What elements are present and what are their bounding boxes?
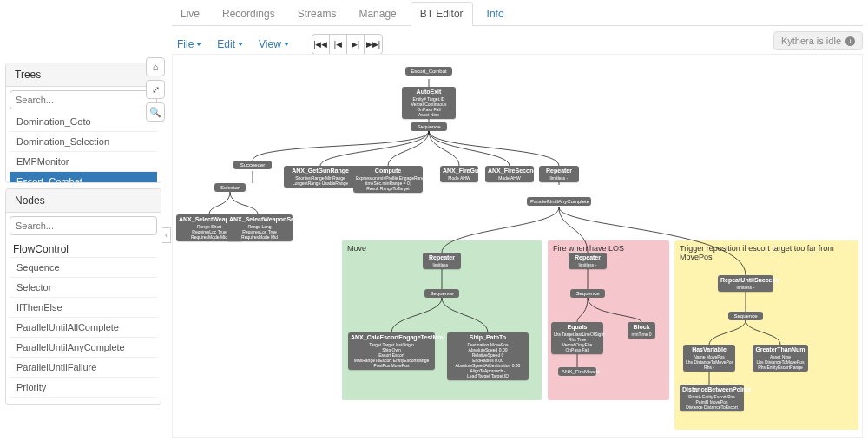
node-type[interactable]: IfThenElse bbox=[10, 297, 157, 317]
node-type[interactable]: ParallelUntilFailure bbox=[10, 357, 157, 377]
node-fireguns[interactable]: ANX_FireGuns Mode AHW bbox=[440, 166, 478, 182]
expand-button[interactable]: ⤢ bbox=[146, 80, 165, 99]
node-hasvariable[interactable]: HasVariable Name MovePos Lhs DistanceToM… bbox=[683, 345, 735, 372]
tab-info[interactable]: Info bbox=[478, 3, 513, 25]
node-type[interactable]: Selector bbox=[10, 277, 157, 297]
seek-next[interactable]: ▶| bbox=[347, 35, 365, 54]
node-type[interactable]: StateMachine bbox=[10, 397, 157, 404]
node-type[interactable]: ParallelUntilAnyComplete bbox=[10, 337, 157, 357]
seek-prev[interactable]: |◀ bbox=[330, 35, 347, 54]
region-label: Trigger reposition if escort target too … bbox=[680, 244, 858, 261]
node-autoexit[interactable]: AutoExit Entity# Target.ID Verbal Contin… bbox=[402, 87, 456, 119]
node-seq-move[interactable]: Sequence bbox=[424, 289, 459, 298]
seek-group: |◀◀ |◀ ▶| ▶▶| bbox=[312, 34, 383, 55]
node-block[interactable]: Block minTime 0 bbox=[628, 322, 655, 339]
node-compute[interactable]: Compute Expression minProfile.EngageRang… bbox=[353, 166, 423, 193]
node-type[interactable]: Sequence bbox=[10, 257, 157, 277]
trees-header: Trees bbox=[6, 63, 161, 87]
node-seq[interactable]: Sequence bbox=[411, 122, 447, 131]
zoom-button[interactable]: 🔍 bbox=[146, 102, 165, 122]
status-chip: Kythera is idle i bbox=[773, 31, 863, 50]
nodes-search[interactable] bbox=[10, 216, 157, 235]
node-weaponset-b[interactable]: ANX_SelectWeaponSet Range Long RequiresL… bbox=[227, 214, 293, 241]
caret-icon bbox=[196, 43, 201, 46]
node-type[interactable]: Priority bbox=[10, 377, 157, 397]
node-repeater[interactable]: Repeater limitless - bbox=[539, 166, 579, 182]
region-label: Move bbox=[347, 244, 366, 253]
node-firemissile[interactable]: ANX_FireMissile bbox=[558, 367, 596, 376]
node-root[interactable]: Escort_Combat bbox=[405, 67, 452, 76]
node-greaterthan[interactable]: GreaterThanNum Asset Nine Lhs DistanceTo… bbox=[753, 345, 808, 372]
node-seq-trig[interactable]: Sequence bbox=[728, 312, 763, 320]
sidebar-collapse[interactable]: ‹ bbox=[162, 227, 171, 243]
node-repeater-fire[interactable]: Repeater limitless - bbox=[569, 253, 607, 269]
node-succeeder[interactable]: Succeeder bbox=[233, 161, 272, 169]
tab-bteditor[interactable]: BT Editor bbox=[411, 2, 473, 26]
node-selector[interactable]: Selector bbox=[214, 183, 246, 192]
bt-canvas[interactable]: Move Fire when have LOS Trigger repositi… bbox=[172, 54, 863, 438]
caret-icon bbox=[238, 43, 243, 46]
sidebar: Trees Domination_Goto Domination_Selecti… bbox=[5, 63, 161, 410]
node-equals[interactable]: Equals Lhs Target.lastLineOfSight Rhs Tr… bbox=[551, 322, 603, 354]
status-text: Kythera is idle bbox=[781, 36, 841, 46]
caret-icon bbox=[284, 43, 289, 46]
tree-item[interactable]: Domination_Selection bbox=[10, 131, 157, 151]
node-escortmove[interactable]: ANX_CalcEscortEngageTestMov Target Targe… bbox=[348, 332, 435, 370]
seek-first[interactable]: |◀◀ bbox=[312, 35, 330, 54]
tab-live[interactable]: Live bbox=[172, 3, 208, 25]
node-shippathto[interactable]: Ship_PathTo Destination MovePos Absolute… bbox=[447, 332, 529, 380]
cat-flowcontrol: FlowControl bbox=[10, 238, 157, 257]
node-repeater-move[interactable]: Repeater limitless - bbox=[423, 253, 461, 269]
trees-panel: Trees Domination_Goto Domination_Selecti… bbox=[5, 63, 161, 183]
tab-streams[interactable]: Streams bbox=[289, 3, 345, 25]
home-button[interactable]: ⌂ bbox=[146, 57, 165, 76]
node-parallel[interactable]: ParallelUntilAnyComplete bbox=[527, 197, 591, 206]
nodes-header: Nodes bbox=[6, 189, 161, 213]
region-label: Fire when have LOS bbox=[553, 244, 624, 253]
node-type[interactable]: ParallelUntilAllComplete bbox=[10, 317, 157, 337]
node-repeatuntilsuccess[interactable]: RepeatUntilSuccess limitless - bbox=[718, 275, 773, 292]
tree-item[interactable]: Domination_Goto bbox=[10, 112, 157, 131]
tab-manage[interactable]: Manage bbox=[350, 3, 404, 25]
region-fire: Fire when have LOS bbox=[548, 240, 669, 400]
seek-last[interactable]: ▶▶| bbox=[365, 35, 382, 54]
tree-item[interactable]: Escort_Combat bbox=[10, 171, 157, 182]
tab-recordings[interactable]: Recordings bbox=[214, 3, 284, 25]
info-icon[interactable]: i bbox=[845, 36, 855, 46]
menu-edit[interactable]: Edit bbox=[212, 35, 248, 54]
nodes-panel: Nodes FlowControl Sequence Selector IfTh… bbox=[5, 188, 161, 405]
node-gunrange[interactable]: ANX_GetGunRange ShortestRange MinRange L… bbox=[284, 166, 357, 188]
node-distance[interactable]: DistanceBetweenPoints PointA Entity.Esco… bbox=[680, 385, 744, 411]
search-icon: 🔍 bbox=[149, 107, 161, 118]
menu-file[interactable]: File bbox=[172, 35, 207, 54]
top-tabs: Live Recordings Streams Manage BT Editor… bbox=[172, 3, 863, 26]
menu-view[interactable]: View bbox=[253, 35, 294, 54]
tree-item[interactable]: EMPMonitor bbox=[10, 151, 157, 171]
node-seq-fire[interactable]: Sequence bbox=[570, 289, 605, 298]
trees-search[interactable] bbox=[10, 90, 157, 109]
node-firesecondary[interactable]: ANX_FireSecondary Mode AHW bbox=[485, 166, 534, 182]
